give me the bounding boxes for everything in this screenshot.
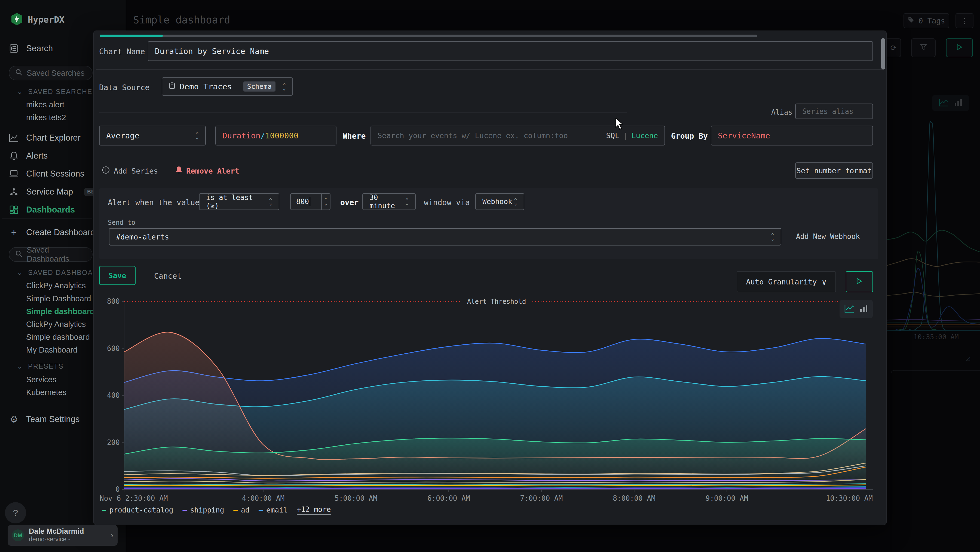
preset-item[interactable]: Kubernetes — [26, 388, 67, 397]
chevron-down-icon: ⌄ — [17, 88, 23, 96]
alert-bell-icon — [175, 166, 182, 176]
sidebar-item-search[interactable]: Search — [9, 44, 53, 53]
sidebar-item-dashboards[interactable]: Dashboards — [9, 205, 75, 215]
legend-swatch: — — [259, 506, 263, 514]
saved-search-item[interactable]: mikes tets2 — [26, 113, 66, 122]
saved-search-item[interactable]: mikes alert — [26, 100, 64, 109]
search-doc-icon — [9, 44, 19, 53]
alert-channel-select[interactable]: Webhook ⌃⌄ — [475, 193, 524, 210]
legend-more-button[interactable]: +12 more — [297, 506, 331, 515]
gear-icon: ⚙ — [9, 414, 19, 425]
alert-window-select[interactable]: 30 minute ⌃⌄ — [362, 193, 416, 210]
select-chevrons-icon: ⌃⌄ — [771, 234, 774, 240]
legend-swatch: — — [233, 506, 238, 514]
select-chevrons-icon: ⌃⌄ — [405, 199, 409, 204]
brand-name: HyperDX — [28, 14, 65, 25]
send-to-select[interactable]: #demo-alerts ⌃⌄ — [109, 228, 781, 246]
sql-mode-button[interactable]: SQL — [606, 131, 619, 140]
field-expression-input[interactable]: Duration/1000000 — [215, 126, 336, 145]
dashboard-item[interactable]: ClickPy Analytics — [26, 320, 86, 329]
number-spinner[interactable]: ⌃⌄ — [321, 194, 330, 209]
chart-explorer-icon — [9, 134, 19, 142]
bar-chart-icon[interactable] — [860, 304, 868, 314]
sidebar-item-label: Dashboards — [26, 205, 75, 215]
alert-threshold-input[interactable]: 800 ⌃⌄ — [290, 193, 331, 210]
user-name: Dale McDiarmid — [29, 528, 84, 536]
svg-text:10:30:00 AM: 10:30:00 AM — [826, 494, 873, 503]
modal-progress-value — [100, 35, 163, 37]
select-chevrons-icon: ⌃⌄ — [283, 84, 286, 89]
set-number-format-button[interactable]: Set number format — [795, 163, 873, 179]
preset-item[interactable]: Services — [26, 375, 56, 384]
chart-type-toggle[interactable] — [840, 300, 873, 318]
remove-alert-button[interactable]: Remove Alert — [175, 166, 239, 176]
data-source-label: Data Source — [99, 83, 150, 92]
chevron-down-icon: ∨ — [822, 277, 827, 287]
sidebar-item-chart-explorer[interactable]: Chart Explorer — [9, 133, 81, 143]
legend-item[interactable]: —email — [259, 506, 288, 514]
saved-dashboards-input[interactable]: Saved Dashboards — [9, 247, 92, 262]
help-button[interactable]: ? — [5, 502, 26, 523]
line-chart-icon[interactable] — [845, 304, 854, 314]
run-chart-button[interactable] — [846, 271, 873, 292]
add-series-button[interactable]: Add Series — [102, 166, 158, 176]
presets-header[interactable]: ⌄ PRESETS — [17, 362, 64, 370]
sidebar-item-team-settings[interactable]: ⚙ Team Settings — [9, 414, 80, 425]
svg-text:6:00:00 AM: 6:00:00 AM — [427, 494, 470, 503]
aggregation-select[interactable]: Average ⌃⌄ — [99, 126, 206, 145]
bell-icon — [9, 151, 19, 161]
alias-input[interactable]: Series alias — [795, 104, 873, 119]
window-via-label: window via — [424, 198, 470, 207]
create-dashboard-label: Create Dashboard — [26, 228, 95, 237]
svg-text:Nov 6 2:30:00 AM: Nov 6 2:30:00 AM — [100, 494, 168, 503]
schema-badge: Schema — [243, 81, 275, 91]
dashboard-item[interactable]: ClickPy Analytics — [26, 281, 86, 290]
dashboard-item[interactable]: My Dashboard — [26, 346, 78, 354]
cancel-button[interactable]: Cancel — [154, 272, 181, 281]
preview-chart[interactable]: 0200400600800Nov 6 2:30:00 AM4:00:00 AM5… — [99, 297, 878, 519]
legend-item[interactable]: —ad — [233, 506, 249, 514]
svg-text:600: 600 — [107, 345, 120, 353]
sidebar-item-label: Team Settings — [26, 415, 80, 424]
text-caret — [310, 197, 310, 206]
saved-searches-input[interactable]: Saved Searches — [9, 65, 92, 80]
dashboard-item[interactable]: Simple dashboard — [26, 333, 90, 341]
svg-text:800: 800 — [107, 297, 120, 305]
dashboards-icon — [9, 205, 19, 214]
create-dashboard-button[interactable]: + Create Dashboard — [9, 227, 95, 238]
dashboard-item[interactable]: Simple Dashboard — [26, 294, 91, 303]
data-source-select[interactable]: Demo Traces Schema ⌃⌄ — [162, 77, 293, 96]
sidebar-item-label: Chart Explorer — [26, 133, 81, 143]
chart-name-label: Chart Name — [99, 47, 145, 56]
legend-swatch: — — [182, 506, 187, 514]
chart-svg: 0200400600800Nov 6 2:30:00 AM4:00:00 AM5… — [99, 297, 878, 519]
chart-name-input[interactable]: Duration by Service Name — [148, 41, 873, 61]
modal-scrollbar[interactable] — [881, 38, 885, 70]
sidebar-item-alerts[interactable]: Alerts — [9, 151, 48, 161]
add-new-webhook-button[interactable]: Add New Webhook — [796, 232, 860, 241]
saved-searches-header[interactable]: ⌄ SAVED SEARCHES — [17, 88, 97, 96]
granularity-select[interactable]: Auto Granularity ∨ — [737, 271, 836, 292]
field-token: Duration — [223, 131, 261, 140]
group-by-input[interactable]: ServiceName — [711, 126, 873, 145]
laptop-icon — [9, 170, 19, 178]
dashboard-item-active[interactable]: Simple dashboard — [26, 307, 94, 316]
sidebar-item-label: Service Map — [26, 187, 73, 197]
app-screen: Simple dashboard 0 Tags ⋮ ⟳ 10:35:00 AM … — [0, 0, 980, 552]
search-icon — [15, 250, 22, 259]
saved-dashboards-placeholder: Saved Dashboards — [27, 246, 86, 263]
lucene-mode-button[interactable]: Lucene — [631, 131, 658, 140]
brand[interactable]: HyperDX — [11, 13, 65, 27]
save-button[interactable]: Save — [99, 266, 135, 285]
legend-item[interactable]: —product-catalog — [102, 506, 173, 514]
legend-item[interactable]: —shipping — [182, 506, 224, 514]
sidebar-item-service-map[interactable]: Service Map BETA — [9, 187, 105, 197]
sidebar-item-client-sessions[interactable]: Client Sessions — [9, 169, 84, 179]
alert-condition-select[interactable]: is at least (≥) ⌃⌄ — [199, 193, 279, 210]
spinner-down-icon[interactable]: ⌄ — [325, 202, 327, 206]
svg-text:8:00:00 AM: 8:00:00 AM — [613, 494, 655, 503]
select-chevrons-icon: ⌃⌄ — [269, 199, 272, 204]
user-card[interactable]: DM Dale McDiarmid demo-service - › — [8, 525, 118, 546]
service-map-icon — [9, 187, 19, 196]
play-icon — [856, 278, 862, 286]
